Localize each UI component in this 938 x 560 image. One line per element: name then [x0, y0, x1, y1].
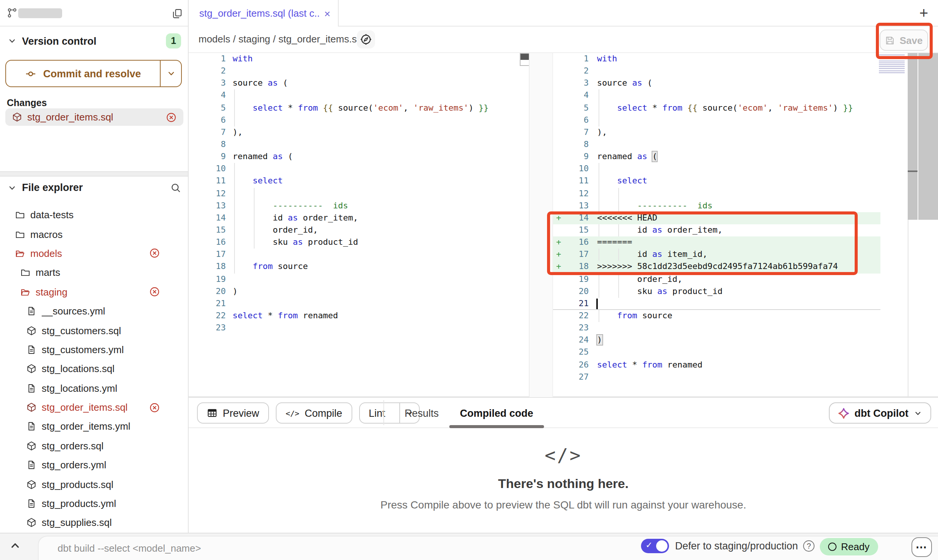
version-control-title: Version control — [22, 35, 97, 47]
line-number: 8 — [553, 139, 589, 151]
diff-added-marker: + — [556, 212, 561, 224]
code-line: +16======= — [553, 236, 880, 249]
window-scrollbar[interactable] — [918, 53, 938, 220]
line-number: 6 — [189, 114, 226, 126]
file-row-stg_orders.yml[interactable]: stg_orders.yml — [0, 455, 188, 475]
file-row-macros[interactable]: macros — [0, 225, 188, 244]
file-row-stg_customers.sql[interactable]: stg_customers.sql — [0, 321, 188, 340]
command-input-container: dbt build --select <model_name> — [38, 536, 938, 560]
help-icon[interactable]: ? — [803, 540, 814, 552]
conflict-x-icon[interactable] — [149, 402, 160, 413]
line-number: 15 — [553, 224, 589, 236]
status-bar: dbt build --select <model_name> ✓ Defer … — [0, 533, 938, 560]
dbt-copilot-button[interactable]: dbt Copilot — [829, 402, 931, 424]
tab-results[interactable]: Results — [394, 398, 449, 428]
file-row-stg_order_items.yml[interactable]: stg_order_items.yml — [0, 417, 188, 436]
conflict-x-icon[interactable] — [149, 287, 160, 297]
line-number: 17 — [189, 249, 226, 261]
line-number: 1 — [553, 53, 589, 65]
line-number: 9 — [189, 151, 226, 163]
compass-icon — [360, 33, 372, 45]
file-row-marts[interactable]: marts — [0, 263, 188, 282]
left-editor-scrollbar[interactable] — [520, 53, 530, 66]
file-row-models[interactable]: models — [0, 244, 188, 263]
file-row-stg_customers.yml[interactable]: stg_customers.yml — [0, 340, 188, 359]
file-row-stg_supplies.sql[interactable]: stg_supplies.sql — [0, 513, 188, 533]
editor-left-pane[interactable]: 1with23source as (45 select * from {{ so… — [189, 53, 529, 334]
file-explorer-header[interactable]: File explorer — [8, 182, 181, 193]
editor-splitter[interactable] — [529, 53, 553, 397]
line-number: 26 — [553, 359, 589, 371]
line-number: 10 — [553, 163, 589, 175]
line-number: 20 — [189, 285, 226, 297]
code-line: 13 ---------- ids — [189, 200, 529, 212]
split-diff-editor: 1with23source as (45 select * from {{ so… — [189, 53, 938, 397]
preview-label: Preview — [223, 407, 259, 419]
editor-right-pane[interactable]: 1with23source as (45 select * from {{ so… — [553, 53, 908, 383]
right-editor-scrollbar[interactable] — [908, 53, 918, 220]
chevron-down-icon — [166, 69, 175, 78]
code-line: 20 sku as product_id — [553, 285, 880, 297]
commit-options-caret[interactable] — [161, 61, 181, 86]
search-icon[interactable] — [170, 182, 181, 193]
preview-button[interactable]: Preview — [197, 402, 269, 424]
sidebar-header — [0, 0, 188, 27]
tab-compiled-code[interactable]: Compiled code — [449, 398, 544, 428]
chevron-down-icon — [8, 183, 17, 192]
code-line: 24) — [553, 334, 880, 346]
breadcrumb: models / staging / stg_order_items.sql — [199, 33, 364, 45]
file-row-stg_order_items.sql[interactable]: stg_order_items.sql — [0, 398, 188, 417]
file-row-stg_locations.sql[interactable]: stg_locations.sql — [0, 359, 188, 379]
file-row-stg_products.sql[interactable]: stg_products.sql — [0, 475, 188, 494]
command-input[interactable]: dbt build --select <model_name> — [58, 543, 201, 554]
save-button[interactable]: Save — [880, 30, 928, 51]
tab-stg-order-items[interactable]: stg_order_items.sql (last c... × — [189, 0, 339, 27]
compile-button[interactable]: </> Compile — [276, 402, 352, 424]
line-number: 21 — [189, 298, 226, 310]
lineage-compass-button[interactable] — [357, 30, 375, 48]
cube-icon — [27, 479, 36, 489]
model-cube-icon — [12, 112, 22, 122]
check-icon: ✓ — [646, 540, 652, 550]
file-label: stg_customers.yml — [42, 344, 188, 355]
doc-icon — [27, 460, 36, 470]
lint-label: Lint — [360, 403, 394, 423]
code-line: 3source as ( — [189, 78, 529, 90]
code-line: 22select * from renamed — [189, 310, 529, 322]
close-icon[interactable]: × — [324, 8, 330, 19]
line-number: 9 — [553, 151, 589, 163]
file-row-staging[interactable]: staging — [0, 282, 188, 302]
compiled-code-panel: </> There's nothing here. Press Compile … — [189, 428, 938, 533]
file-label: stg_products.sql — [42, 479, 188, 490]
file-row-__sources.yml[interactable]: __sources.yml — [0, 302, 188, 321]
doc-icon — [27, 345, 36, 355]
defer-toggle[interactable]: ✓ — [641, 539, 669, 553]
line-number: 21 — [553, 298, 589, 309]
commit-and-resolve-main[interactable]: Commit and resolve — [6, 61, 161, 86]
status-badge[interactable]: Ready — [820, 538, 878, 555]
code-line: 8 — [189, 139, 529, 151]
code-line: 5 select * from {{ source('ecom', 'raw_i… — [553, 102, 880, 114]
file-row-stg_products.yml[interactable]: stg_products.yml — [0, 494, 188, 513]
conflict-x-icon[interactable] — [149, 248, 160, 259]
line-number: 16 — [189, 236, 226, 249]
file-label: stg_supplies.sql — [42, 517, 188, 529]
file-label: stg_orders.yml — [42, 460, 188, 471]
file-row-stg_orders.sql[interactable]: stg_orders.sql — [0, 436, 188, 455]
code-line: 7), — [553, 127, 880, 139]
file-row-data-tests[interactable]: data-tests — [0, 205, 188, 225]
code-line: 20) — [189, 285, 529, 297]
conflict-x-icon[interactable] — [166, 112, 177, 122]
line-number: 11 — [553, 175, 589, 188]
commit-and-resolve-button[interactable]: Commit and resolve — [5, 60, 182, 87]
file-row-stg_locations.yml[interactable]: stg_locations.yml — [0, 379, 188, 398]
new-tab-button[interactable]: + — [919, 5, 928, 21]
changed-file-row[interactable]: stg_order_items.sql — [5, 108, 183, 126]
line-number: 18 — [189, 261, 226, 273]
more-options-button[interactable]: ⋯ — [911, 537, 932, 557]
copy-icon[interactable] — [172, 8, 183, 19]
code-line: 6 — [553, 114, 880, 126]
version-control-header[interactable]: Version control 1 — [8, 33, 181, 48]
expand-caret-icon[interactable] — [9, 540, 21, 552]
defer-label: Defer to staging/production — [675, 540, 798, 552]
